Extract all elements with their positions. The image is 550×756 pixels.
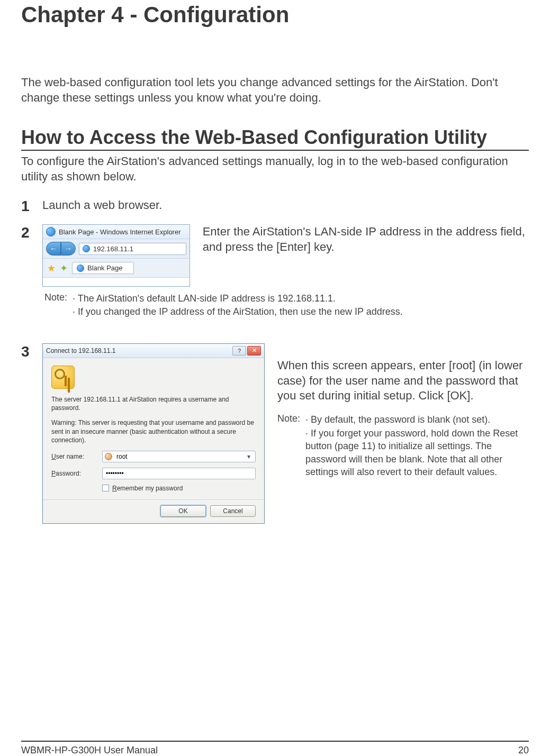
step-1: 1 Launch a web browser. [21,198,529,215]
step-2-text: Enter the AirStation's LAN-side IP addre… [203,224,529,254]
address-value: 192.168.11.1 [93,245,133,253]
section-title: How to Access the Web-Based Configuratio… [21,126,529,151]
dialog-titlebar: Connect to 192.168.11.1 ? ✕ [43,344,264,358]
step-1-text: Launch a web browser. [42,198,529,213]
forward-button[interactable]: → [61,242,76,256]
chapter-title: Chapter 4 - Configuration [21,0,529,28]
remember-label: Remember my password [112,485,183,492]
note-label: Note: [277,413,300,479]
step-number: 3 [21,343,42,360]
step-2-note: Note: · The AirStation's default LAN-sid… [44,292,529,318]
dropdown-icon[interactable]: ▾ [245,453,253,460]
dialog-title: Connect to 192.168.11.1 [46,347,115,354]
step-number: 2 [21,224,42,241]
intro-paragraph: The web-based configuration tool lets yo… [21,75,529,105]
note-item: · By default, the password is blank (not… [305,413,529,426]
note-item: · The AirStation's default LAN-side IP a… [73,292,529,305]
page-footer: WBMR-HP-G300H User Manual 20 [21,741,529,756]
tab-label: Blank Page [87,264,123,272]
address-field[interactable]: 192.168.11.1 [79,243,186,255]
close-icon: ✕ [252,347,257,354]
password-label: Password: [51,470,102,477]
dialog-message-2: Warning: This server is requesting that … [51,418,256,444]
add-favorite-icon[interactable]: ✦ [60,262,68,274]
help-button[interactable]: ? [232,346,246,356]
password-input[interactable] [105,469,253,478]
close-button[interactable]: ✕ [247,346,261,356]
note-item: · If you forget your password, hold down… [305,427,529,478]
username-label: User name: [51,453,102,460]
auth-dialog: Connect to 192.168.11.1 ? ✕ [42,343,265,524]
key-icon [51,366,75,389]
ok-button[interactable]: OK [160,505,206,517]
section-intro: To configure the AirStation's advanced s… [21,154,529,184]
user-icon [105,453,112,460]
browser-title: Blank Page - Windows Internet Explorer [59,228,181,236]
page-number: 20 [518,745,529,756]
ie-icon [46,227,56,236]
password-field[interactable] [102,468,256,479]
note-label: Note: [44,292,67,318]
step-2: 2 Blank Page - Windows Internet Explorer… [21,224,529,318]
favorites-row: ★ ✦ Blank Page [43,259,190,278]
note-item: · If you changed the IP address of the A… [73,305,529,318]
browser-address-row: ← → 192.168.11.1 [43,239,190,259]
cancel-button[interactable]: Cancel [210,505,256,517]
username-field[interactable]: ▾ [102,451,256,462]
back-button[interactable]: ← [46,242,61,256]
ie-icon [77,265,84,272]
step-3-note: Note: · By default, the password is blan… [277,413,529,479]
manual-title: WBMR-HP-G300H User Manual [21,745,158,756]
browser-content [43,278,190,286]
browser-screenshot: Blank Page - Windows Internet Explorer ←… [42,224,190,287]
step-number: 1 [21,198,42,215]
step-3-text: When this screen appears, enter [root] (… [277,358,529,404]
dialog-message-1: The server 192.168.11.1 at AirStation re… [51,395,256,412]
remember-checkbox[interactable] [102,485,109,491]
browser-tab[interactable]: Blank Page [72,262,134,274]
username-input[interactable] [115,452,241,461]
step-3: 3 Connect to 192.168.11.1 ? ✕ [21,343,529,524]
browser-titlebar: Blank Page - Windows Internet Explorer [43,225,190,239]
favorites-icon[interactable]: ★ [47,262,56,274]
ie-icon [83,245,90,252]
